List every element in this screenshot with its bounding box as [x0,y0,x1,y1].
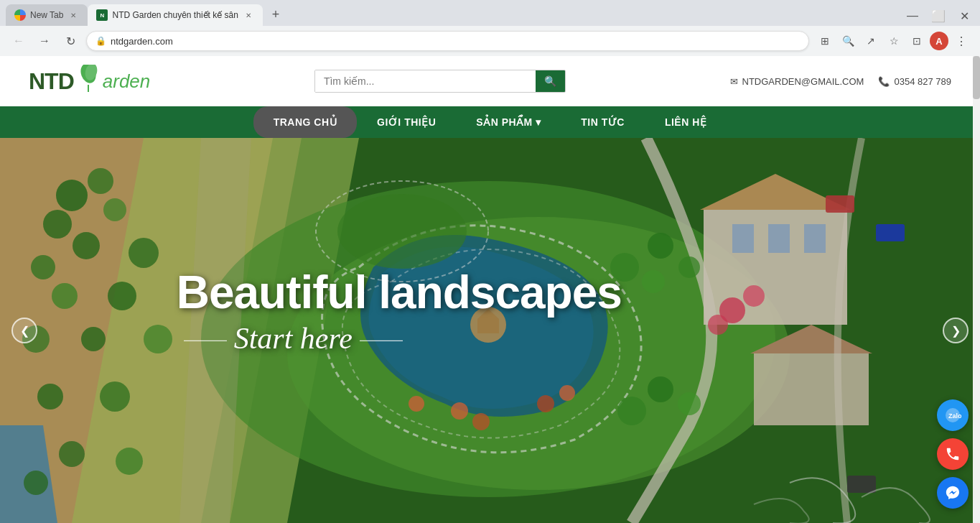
toolbar-icons: ⊞ 🔍 ↗ ☆ ⊡ A ⋮ [815,31,971,51]
nav-products-label: SẢN PHẨM ▾ [476,116,541,128]
search-input[interactable] [315,70,536,92]
hero-section: Beautiful landscapes Start here ❮ ❯ Zalo [0,138,980,523]
website-content: NTD arden 🔍 ✉ NTDGARDEN@GMAIL.COM 📞 [0,56,980,523]
tab-bar: New Tab ✕ N NTD Garden chuyên thiết kế s… [0,0,980,26]
nav-news-label: TIN TỨC [581,116,625,128]
reload-button[interactable]: ↻ [60,31,80,51]
nav-about-label: GIỚI THIỆU [377,116,436,128]
tab-ntd-label: NTD Garden chuyên thiết kế sân [112,10,238,20]
bookmark-icon[interactable]: ☆ [884,31,904,51]
chrome-favicon-icon [14,9,26,21]
nav-contact-label: LIÊN HỆ [665,116,706,128]
logo-leaf-icon [74,65,103,92]
tab-ntd-close-icon[interactable]: ✕ [243,9,254,21]
messenger-icon [945,485,961,501]
phone-icon [945,446,961,462]
tab-new-tab-label: New Tab [30,10,63,20]
nav-item-home[interactable]: TRANG CHỦ [253,106,357,138]
email-address: NTDGARDEN@GMAIL.COM [742,76,864,87]
site-header: NTD arden 🔍 ✉ NTDGARDEN@GMAIL.COM 📞 [0,56,980,106]
carousel-next-button[interactable]: ❯ [943,318,969,343]
scrollbar-thumb[interactable] [973,56,980,99]
tab-ntd-garden[interactable]: N NTD Garden chuyên thiết kế sân ✕ [88,4,262,26]
hero-text-block: Beautiful landscapes Start here [177,267,622,355]
phone-contact: 📞 0354 827 789 [878,76,951,87]
address-bar-row: ← → ↻ 🔒 ntdgarden.com ⊞ 🔍 ↗ ☆ ⊡ A ⋮ [0,26,980,56]
carousel-prev-button[interactable]: ❮ [11,318,37,343]
zalo-icon: Zalo [944,407,961,424]
nav-home-label: TRANG CHỦ [274,116,337,128]
phone-call-button[interactable] [937,438,969,470]
url-text: ntdgarden.com [111,36,173,47]
hero-subtitle: Start here [177,320,622,355]
messenger-button[interactable] [937,477,969,509]
site-nav: TRANG CHỦ GIỚI THIỆU SẢN PHẨM ▾ TIN TỨC … [0,106,980,138]
back-button[interactable]: ← [9,31,29,51]
window-controls: — ⬜ ✕ [902,6,974,26]
email-contact: ✉ NTDGARDEN@GMAIL.COM [730,76,864,87]
dropdown-chevron-icon: ▾ [536,116,541,128]
nav-item-contact[interactable]: LIÊN HỆ [645,106,727,138]
site-logo[interactable]: NTD arden [29,66,150,96]
lock-icon: 🔒 [95,36,106,46]
nav-item-about[interactable]: GIỚI THIỆU [357,106,456,138]
close-button[interactable]: ✕ [954,6,974,26]
ntd-favicon-icon: N [96,9,108,21]
translate-icon[interactable]: ⊞ [815,31,835,51]
carousel-next-icon: ❯ [951,324,961,338]
logo-ntd-text: NTD [29,68,74,95]
phone-number: 0354 827 789 [894,76,951,87]
minimize-button[interactable]: — [902,6,923,26]
email-icon: ✉ [730,76,738,87]
address-field[interactable]: 🔒 ntdgarden.com [86,31,809,51]
svg-text:Zalo: Zalo [948,412,961,420]
contact-info: ✉ NTDGARDEN@GMAIL.COM 📞 0354 827 789 [730,76,951,87]
new-tab-button[interactable]: + [266,4,286,24]
zalo-chat-button[interactable]: Zalo [937,399,969,431]
phone-icon: 📞 [878,76,890,87]
logo-garden-text: arden [103,70,151,93]
browser-menu-icon[interactable]: ⋮ [951,31,971,51]
tab-close-icon[interactable]: ✕ [67,9,79,21]
fab-container: Zalo [937,399,969,509]
maximize-button[interactable]: ⬜ [928,6,948,26]
search-button[interactable]: 🔍 [536,70,565,92]
scrollbar[interactable] [973,56,980,523]
extensions-icon[interactable]: ⊡ [907,31,927,51]
forward-button[interactable]: → [34,31,55,51]
tab-new-tab[interactable]: New Tab ✕ [6,4,88,26]
share-icon[interactable]: ↗ [861,31,881,51]
search-bar[interactable]: 🔍 [314,70,566,93]
carousel-prev-icon: ❮ [20,324,29,338]
nav-item-products[interactable]: SẢN PHẨM ▾ [456,106,561,138]
hero-title: Beautiful landscapes [177,267,622,318]
profile-icon[interactable]: A [930,32,948,50]
search-icon[interactable]: 🔍 [838,31,858,51]
nav-item-news[interactable]: TIN TỨC [561,106,645,138]
